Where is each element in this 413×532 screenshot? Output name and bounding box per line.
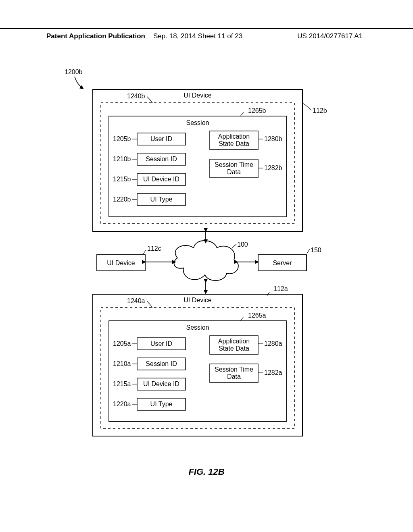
bottom-time-data-box: Session Time Data 1282a [210,364,282,382]
ref-bottom-session: 1265a [248,312,266,319]
ref-bottom-time-data: 1282a [264,369,282,376]
bottom-ui-device-id-box: UI Device ID 1215a [113,378,186,390]
ref-top-session-frame: 1240b [127,93,145,100]
page-header: Patent Application Publication Sep. 18, … [0,28,413,32]
ref-top-ui-type: 1220b [113,196,131,203]
svg-text:UI Type: UI Type [150,401,173,407]
svg-text:Session Time: Session Time [215,366,253,373]
svg-text:Data: Data [227,373,241,380]
ref-bottom-session-id: 1210a [113,360,131,367]
bottom-ui-type-box: UI Type 1220a [113,398,186,410]
bottom-user-id-box: User ID 1205a [113,338,186,350]
cloud-network: 100 [174,241,248,281]
ref-top-session: 1265b [248,107,266,114]
ref-bottom-ui-device-id: 1215a [113,380,131,387]
ref-left-device: 112c [147,245,161,252]
server-box: Server 150 [258,247,321,271]
svg-text:Application: Application [218,338,250,345]
svg-text:User ID: User ID [150,340,172,347]
ref-top-device: 112b [313,107,327,114]
ref-top-session-id: 1210b [113,156,131,162]
svg-text:UI Device: UI Device [107,260,135,266]
ref-overall: 1200b [65,69,83,75]
top-app-state-box: Application State Data 1280b [210,131,282,150]
ref-bottom-device: 112a [273,285,288,292]
figure-caption: FIG. 12B [0,467,413,477]
svg-rect-33 [109,321,286,422]
bottom-session-id-box: Session ID 1210a [113,358,186,370]
header-publication: Patent Application Publication [46,32,145,40]
bottom-session-title: Session [186,324,209,331]
ref-top-app-state: 1280b [264,135,282,142]
svg-text:User ID: User ID [150,135,172,142]
ref-server: 150 [311,247,321,254]
top-session-id-box: Session ID 1210b [113,153,186,165]
svg-text:Session Time: Session Time [215,161,253,168]
ref-cloud: 100 [237,241,248,248]
ref-top-time-data: 1282b [264,164,282,171]
svg-text:Application: Application [218,133,250,140]
svg-text:Data: Data [227,168,241,175]
bottom-ui-device-title: UI Device [184,297,211,303]
left-ui-device-box: UI Device 112c [97,245,161,271]
svg-text:State Data: State Data [219,140,249,147]
svg-text:UI Device ID: UI Device ID [143,176,179,183]
ref-top-user-id: 1205b [113,135,131,142]
svg-text:State Data: State Data [219,345,249,352]
svg-rect-2 [109,116,286,217]
header-date-sheet: Sep. 18, 2014 Sheet 11 of 23 [153,32,242,40]
top-ui-device-block: UI Device 112b 1240b Session 1265b User … [93,89,327,231]
svg-text:Session ID: Session ID [146,360,177,367]
top-user-id-box: User ID 1205b [113,133,186,145]
svg-text:UI Type: UI Type [150,196,173,203]
top-time-data-box: Session Time Data 1282b [210,159,282,178]
top-ui-device-id-box: UI Device ID 1215b [113,173,186,185]
top-session-title: Session [186,119,209,126]
ref-bottom-app-state: 1280a [264,340,282,347]
ref-top-ui-device-id: 1215b [113,176,131,183]
ref-bottom-ui-type: 1220a [113,401,131,407]
bottom-app-state-box: Application State Data 1280a [210,336,282,354]
ref-bottom-user-id: 1205a [113,340,131,347]
svg-text:UI Device ID: UI Device ID [143,380,179,387]
header-pubnumber: US 2014/0277617 A1 [297,32,363,40]
top-ui-device-title: UI Device [184,92,211,99]
ref-bottom-session-frame: 1240a [127,297,145,304]
top-ui-type-box: UI Type 1220b [113,193,186,206]
bottom-ui-device-block: UI Device 112a 1240a Session 1265a User … [93,285,302,436]
svg-text:Server: Server [273,260,292,266]
svg-text:Session ID: Session ID [146,156,177,162]
figure-diagram: 1200b UI Device 112b 1240b Session 1265b… [44,64,367,461]
